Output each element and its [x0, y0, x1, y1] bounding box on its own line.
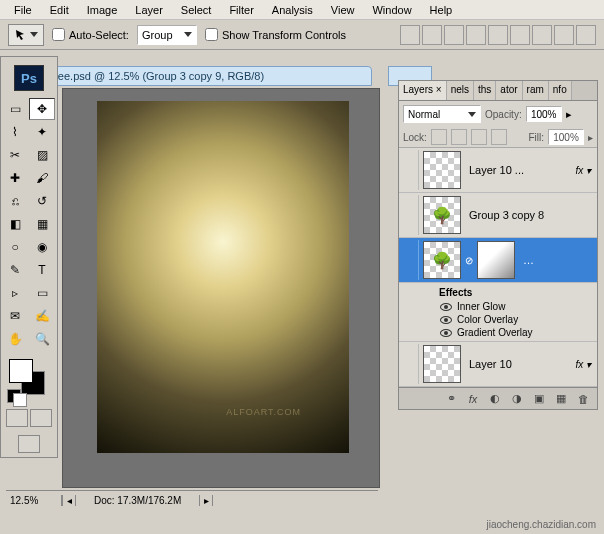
marquee-tool[interactable]: ▭ — [2, 98, 28, 120]
zoom-field[interactable]: 12.5% — [6, 495, 62, 506]
path-tool[interactable]: ▹ — [2, 282, 28, 304]
effect-item[interactable]: Color Overlay — [439, 313, 593, 326]
screen-mode-icon[interactable] — [18, 435, 40, 453]
doc-size-info[interactable]: Doc: 17.3M/176.2M — [76, 495, 199, 506]
layer-thumbnail[interactable]: 🌳 — [423, 241, 461, 279]
layer-mask-thumbnail[interactable] — [477, 241, 515, 279]
move-tool-indicator[interactable] — [8, 24, 44, 46]
eye-icon[interactable] — [440, 316, 452, 324]
menu-select[interactable]: Select — [173, 2, 220, 18]
layer-name[interactable]: Layer 10 — [465, 358, 571, 370]
hand-tool[interactable]: ✋ — [2, 328, 28, 350]
heal-tool[interactable]: ✚ — [2, 167, 28, 189]
distribute-h-icon[interactable] — [532, 25, 552, 45]
layer-name[interactable]: Layer 10 ... — [465, 164, 571, 176]
ps-logo[interactable]: Ps — [14, 65, 44, 91]
eraser-tool[interactable]: ◧ — [2, 213, 28, 235]
fill-flyout-icon[interactable]: ▸ — [588, 132, 593, 143]
menu-help[interactable]: Help — [422, 2, 461, 18]
tab-info[interactable]: nfo — [549, 81, 572, 100]
layer-style-icon[interactable]: fx — [465, 391, 481, 407]
visibility-toggle[interactable] — [401, 240, 419, 280]
menu-window[interactable]: Window — [364, 2, 419, 18]
zoom-tool[interactable]: 🔍 — [29, 328, 55, 350]
move-tool[interactable]: ✥ — [29, 98, 55, 120]
distribute-v-icon[interactable] — [554, 25, 574, 45]
visibility-toggle[interactable] — [401, 344, 419, 384]
brush-tool[interactable]: 🖌 — [29, 167, 55, 189]
tab-paths[interactable]: ths — [474, 81, 496, 100]
tab-channels[interactable]: nels — [447, 81, 474, 100]
align-hcenter-icon[interactable] — [488, 25, 508, 45]
adjustment-layer-icon[interactable]: ◑ — [509, 391, 525, 407]
link-layers-icon[interactable]: ⚭ — [443, 391, 459, 407]
menu-analysis[interactable]: Analysis — [264, 2, 321, 18]
align-left-icon[interactable] — [466, 25, 486, 45]
dodge-tool[interactable]: ◉ — [29, 236, 55, 258]
layer-mask-icon[interactable]: ◐ — [487, 391, 503, 407]
foreground-swatch[interactable] — [9, 359, 33, 383]
document-titlebar[interactable]: _tree.psd @ 12.5% (Group 3 copy 9, RGB/8… — [36, 66, 372, 86]
lock-pixels-icon[interactable] — [451, 129, 467, 145]
layer-name[interactable]: Group 3 copy 8 — [465, 209, 595, 221]
lock-all-icon[interactable] — [491, 129, 507, 145]
layer-thumbnail[interactable] — [423, 151, 461, 189]
align-bottom-icon[interactable] — [444, 25, 464, 45]
opacity-flyout-icon[interactable]: ▸ — [566, 108, 572, 121]
layer-thumbnail[interactable]: 🌳 — [423, 196, 461, 234]
opacity-field[interactable]: 100% — [526, 106, 562, 122]
stamp-tool[interactable]: ⎌ — [2, 190, 28, 212]
menu-view[interactable]: View — [323, 2, 363, 18]
auto-select-checkbox[interactable]: Auto-Select: — [52, 28, 129, 41]
menu-filter[interactable]: Filter — [221, 2, 261, 18]
effect-item[interactable]: Gradient Overlay — [439, 326, 593, 339]
auto-select-mode[interactable]: Group — [137, 25, 197, 45]
wand-tool[interactable]: ✦ — [29, 121, 55, 143]
crop-tool[interactable]: ✂ — [2, 144, 28, 166]
lasso-tool[interactable]: ⌇ — [2, 121, 28, 143]
quickmask-mode-icon[interactable] — [30, 409, 52, 427]
menu-image[interactable]: Image — [79, 2, 126, 18]
visibility-toggle[interactable] — [401, 195, 419, 235]
status-arrow-left[interactable]: ◂ — [62, 495, 76, 506]
new-group-icon[interactable]: ▣ — [531, 391, 547, 407]
menu-edit[interactable]: Edit — [42, 2, 77, 18]
new-layer-icon[interactable]: ▦ — [553, 391, 569, 407]
align-top-icon[interactable] — [400, 25, 420, 45]
fx-badge[interactable]: fx ▾ — [575, 165, 595, 176]
distribute-3-icon[interactable] — [576, 25, 596, 45]
visibility-toggle[interactable] — [401, 150, 419, 190]
align-vcenter-icon[interactable] — [422, 25, 442, 45]
menu-file[interactable]: File — [6, 2, 40, 18]
eyedropper-tool[interactable]: ✍ — [29, 305, 55, 327]
menu-layer[interactable]: Layer — [127, 2, 171, 18]
gradient-tool[interactable]: ▦ — [29, 213, 55, 235]
show-transform-checkbox[interactable]: Show Transform Controls — [205, 28, 346, 41]
tab-navigator[interactable]: ator — [496, 81, 522, 100]
layer-row[interactable]: Layer 10 ... fx ▾ — [399, 148, 597, 193]
layer-overflow-icon[interactable]: … — [519, 254, 538, 266]
notes-tool[interactable]: ✉ — [2, 305, 28, 327]
standard-mode-icon[interactable] — [6, 409, 28, 427]
lock-position-icon[interactable] — [471, 129, 487, 145]
fill-field[interactable]: 100% — [548, 129, 584, 145]
history-brush-tool[interactable]: ↺ — [29, 190, 55, 212]
blend-mode-select[interactable]: Normal — [403, 105, 481, 123]
slice-tool[interactable]: ▨ — [29, 144, 55, 166]
eye-icon[interactable] — [440, 303, 452, 311]
fx-badge[interactable]: fx ▾ — [575, 359, 595, 370]
effects-title[interactable]: Effects — [439, 285, 593, 300]
document-canvas[interactable]: ALFOART.COM — [62, 88, 380, 488]
align-right-icon[interactable] — [510, 25, 530, 45]
pen-tool[interactable]: ✎ — [2, 259, 28, 281]
blur-tool[interactable]: ○ — [2, 236, 28, 258]
layer-row[interactable]: 🌳 Group 3 copy 8 — [399, 193, 597, 238]
shape-tool[interactable]: ▭ — [29, 282, 55, 304]
tab-layers[interactable]: Layers × — [399, 81, 447, 100]
effect-item[interactable]: Inner Glow — [439, 300, 593, 313]
eye-icon[interactable] — [440, 329, 452, 337]
lock-transparency-icon[interactable] — [431, 129, 447, 145]
layer-row-selected[interactable]: 🌳 ⊘ … — [399, 238, 597, 283]
layer-row[interactable]: Layer 10 fx ▾ — [399, 342, 597, 387]
swap-colors-icon[interactable] — [13, 393, 27, 407]
